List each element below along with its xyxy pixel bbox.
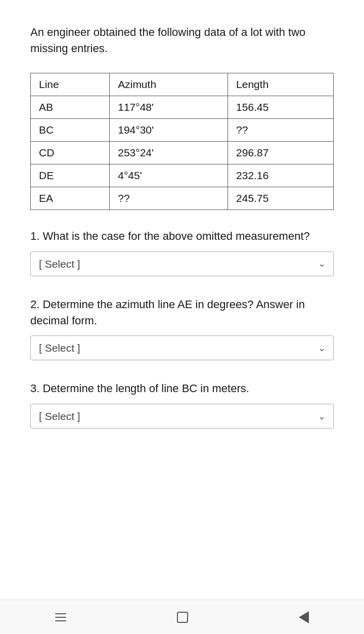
table-row: CD253°24'296.87 <box>31 141 334 164</box>
table-cell-length-0: 156.45 <box>228 96 334 118</box>
question-1-select-wrapper[interactable]: [ Select ] ⌄ <box>30 251 334 276</box>
table-cell-line-4: EA <box>31 187 110 209</box>
table-cell-length-2: 296.87 <box>228 141 334 164</box>
back-button[interactable] <box>289 606 319 628</box>
question-3-select-wrapper[interactable]: [ Select ] ⌄ <box>30 404 334 429</box>
question-2-block: 2. Determine the azimuth line AE in degr… <box>30 297 334 361</box>
question-1-block: 1. What is the case for the above omitte… <box>30 228 334 276</box>
table-cell-length-3: 232.16 <box>228 164 334 187</box>
data-table: Line Azimuth Length AB117°48'156.45BC194… <box>30 73 334 210</box>
content-area: An engineer obtained the following data … <box>0 0 364 600</box>
table-cell-azimuth-3: 4°45' <box>110 164 228 187</box>
question-1-select[interactable]: [ Select ] <box>30 251 334 276</box>
table-cell-azimuth-4: ?? <box>110 187 228 209</box>
question-2-select-wrapper[interactable]: [ Select ] ⌄ <box>30 335 334 360</box>
table-cell-line-0: AB <box>31 96 110 118</box>
question-3-block: 3. Determine the length of line BC in me… <box>30 381 334 429</box>
question-2-select[interactable]: [ Select ] <box>30 335 334 360</box>
table-cell-azimuth-0: 117°48' <box>110 96 228 118</box>
table-header-row: Line Azimuth Length <box>31 73 334 96</box>
table-row: BC194°30'?? <box>31 118 334 141</box>
col-header-length: Length <box>228 73 334 96</box>
question-2-text: 2. Determine the azimuth line AE in degr… <box>30 297 334 329</box>
question-1-text: 1. What is the case for the above omitte… <box>30 228 334 244</box>
home-button[interactable] <box>167 607 198 628</box>
menu-button[interactable] <box>45 608 76 626</box>
col-header-line: Line <box>31 73 110 96</box>
square-icon <box>177 612 188 623</box>
hamburger-icon <box>55 613 66 621</box>
bottom-nav-bar <box>0 600 364 634</box>
device-frame: An engineer obtained the following data … <box>0 0 364 634</box>
col-header-azimuth: Azimuth <box>110 73 228 96</box>
table-cell-line-2: CD <box>31 141 110 164</box>
intro-paragraph: An engineer obtained the following data … <box>30 24 334 57</box>
back-triangle-icon <box>299 611 309 623</box>
table-row: DE4°45'232.16 <box>31 164 334 187</box>
question-3-text: 3. Determine the length of line BC in me… <box>30 381 334 397</box>
table-cell-length-1: ?? <box>228 118 334 141</box>
table-cell-azimuth-2: 253°24' <box>110 141 228 164</box>
table-cell-azimuth-1: 194°30' <box>110 118 228 141</box>
table-cell-length-4: 245.75 <box>228 187 334 209</box>
table-cell-line-1: BC <box>31 118 110 141</box>
table-cell-line-3: DE <box>31 164 110 187</box>
table-row: AB117°48'156.45 <box>31 96 334 118</box>
table-row: EA??245.75 <box>31 187 334 209</box>
question-3-select[interactable]: [ Select ] <box>30 404 334 429</box>
